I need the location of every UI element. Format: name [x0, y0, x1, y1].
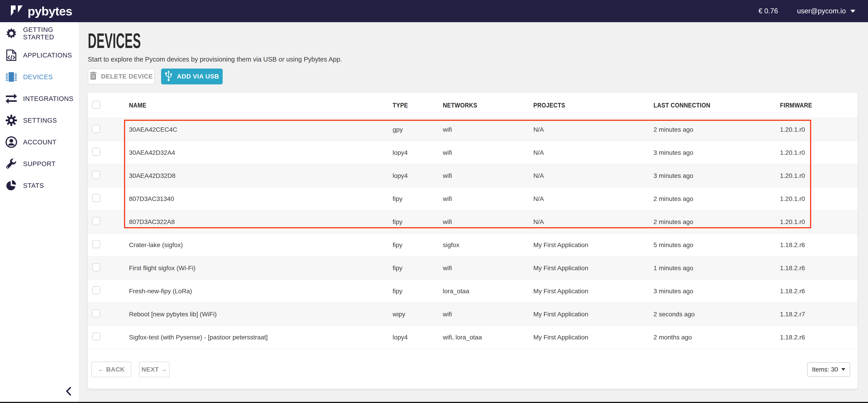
cell-last-connection: 2 seconds ago — [653, 311, 780, 318]
column-header-name: NAME — [129, 101, 393, 109]
header-checkbox-cell — [88, 101, 129, 110]
cell-projects: My First Application — [533, 288, 653, 295]
delete-device-button[interactable]: DELETE DEVICE — [88, 68, 155, 84]
cell-name: 30AEA42D32A4 — [129, 149, 393, 156]
table-row[interactable]: 30AEA42D32D8lopy4wifiN/A3 minutes ago1.2… — [88, 164, 858, 187]
pie-chart-icon — [5, 180, 17, 191]
layout: GETTING STARTEDAPPLICATIONSDEVICESINTEGR… — [0, 22, 868, 403]
row-checkbox[interactable] — [92, 263, 100, 271]
topbar: pybytes € 0.76 user@pycom.io — [0, 0, 868, 22]
column-header-projects: PROJECTS — [533, 101, 653, 109]
table-row[interactable]: Fresh-new-fipy (LoRa)fipylora_otaaMy Fir… — [88, 280, 858, 303]
row-checkbox-cell — [88, 240, 129, 250]
cell-projects: My First Application — [533, 311, 653, 318]
cell-firmware: 1.18.2.r6 — [780, 265, 858, 272]
table-row[interactable]: 30AEA42CEC4CgpywifiN/A2 minutes ago1.20.… — [88, 118, 858, 141]
window-bottom-edge — [0, 402, 868, 403]
sidebar-item-label: SUPPORT — [23, 160, 56, 168]
column-header-last-connection: LAST CONNECTION — [653, 101, 780, 109]
row-checkbox-cell — [88, 309, 129, 319]
cell-name: Sigfox-test (with Pysense) - [pastoor pe… — [129, 334, 393, 341]
table-row[interactable]: Crater-lake (sigfox)fipysigfoxMy First A… — [88, 234, 858, 257]
sidebar-item-label: APPLICATIONS — [23, 52, 72, 59]
add-via-usb-label: ADD VIA USB — [177, 73, 219, 80]
sidebar-item-stats[interactable]: STATS — [0, 175, 79, 196]
back-button[interactable]: ← BACK — [91, 362, 131, 377]
items-per-page-dropdown[interactable]: Items: 30 — [807, 362, 850, 377]
sidebar-item-applications[interactable]: APPLICATIONS — [0, 44, 79, 66]
sidebar-item-label: GETTING STARTED — [23, 26, 79, 41]
row-checkbox-cell — [88, 171, 129, 181]
chevron-left-icon — [65, 386, 72, 396]
add-via-usb-button[interactable]: ADD VIA USB — [161, 68, 223, 84]
row-checkbox[interactable] — [92, 171, 100, 179]
page-subtitle: Start to explore the Pycom devices by pr… — [88, 56, 858, 63]
table-row[interactable]: First flight sigfox (Wi-Fi)fipywifiMy Fi… — [88, 257, 858, 280]
cell-type: gpy — [393, 126, 443, 133]
cell-type: fipy — [393, 195, 443, 203]
table-row[interactable]: 807D3AC31340fipywifiN/A2 minutes ago1.20… — [88, 187, 858, 211]
items-per-page-label: Items: 30 — [812, 366, 838, 373]
usb-icon — [165, 70, 173, 83]
code-file-icon — [5, 49, 17, 61]
row-checkbox[interactable] — [92, 194, 100, 202]
sidebar-item-label: ACCOUNT — [23, 138, 57, 146]
cell-last-connection: 3 minutes ago — [653, 288, 780, 295]
cell-firmware: 1.20.1.r0 — [780, 195, 858, 203]
cell-type: fipy — [393, 288, 443, 295]
sidebar-item-integrations[interactable]: INTEGRATIONS — [0, 88, 79, 110]
row-checkbox-cell — [88, 217, 129, 227]
row-checkbox[interactable] — [92, 148, 100, 156]
sidebar-item-label: INTEGRATIONS — [23, 95, 73, 102]
select-all-checkbox[interactable] — [92, 101, 100, 109]
sidebar-item-settings[interactable]: SETTINGS — [0, 110, 79, 131]
trash-icon — [90, 72, 97, 82]
row-checkbox[interactable] — [92, 332, 100, 341]
sidebar-item-account[interactable]: ACCOUNT — [0, 131, 79, 153]
table-row[interactable]: Sigfox-test (with Pysense) - [pastoor pe… — [88, 326, 858, 349]
cell-name: 807D3AC31340 — [129, 195, 393, 203]
row-checkbox[interactable] — [92, 217, 100, 225]
row-checkbox[interactable] — [92, 286, 100, 294]
cell-last-connection: 2 minutes ago — [653, 195, 780, 203]
table-row[interactable]: 30AEA42D32A4lopy4wifiN/A3 minutes ago1.2… — [88, 141, 858, 164]
page-title: DEVICES — [88, 30, 534, 51]
row-checkbox[interactable] — [92, 240, 100, 248]
row-checkbox-cell — [88, 286, 129, 296]
cell-name: Crater-lake (sigfox) — [129, 242, 393, 249]
column-header-networks: NETWORKS — [443, 101, 533, 109]
sidebar-item-support[interactable]: SUPPORT — [0, 153, 79, 175]
table-body: 30AEA42CEC4CgpywifiN/A2 minutes ago1.20.… — [88, 118, 858, 349]
table-row[interactable]: 807D3AC322A8fipywifiN/A2 minutes ago1.20… — [88, 211, 858, 234]
devices-table-card: NAME TYPE NETWORKS PROJECTS LAST CONNECT… — [88, 93, 858, 389]
row-checkbox-cell — [88, 263, 129, 273]
arrows-swap-icon — [5, 93, 17, 104]
table-row[interactable]: Reboot [new pybytes lib] (WiFi)wipywifiM… — [88, 303, 858, 326]
sidebar-item-getting-started[interactable]: GETTING STARTED — [0, 23, 79, 44]
cell-firmware: 1.18.2.r6 — [780, 334, 858, 341]
pybytes-logo[interactable]: pybytes — [10, 4, 72, 18]
next-button[interactable]: NEXT → — [139, 362, 169, 377]
delete-device-label: DELETE DEVICE — [101, 73, 153, 80]
cell-last-connection: 2 minutes ago — [653, 218, 780, 226]
gear-icon — [5, 115, 17, 126]
sidebar-collapse-button[interactable] — [65, 386, 72, 397]
cell-firmware: 1.20.1.r0 — [780, 149, 858, 156]
sidebar-item-devices[interactable]: DEVICES — [0, 66, 79, 88]
cell-networks: wifi — [443, 195, 533, 203]
user-menu[interactable]: user@pycom.io — [797, 7, 855, 15]
chip-icon — [5, 71, 17, 83]
row-checkbox[interactable] — [92, 125, 100, 133]
cell-type: fipy — [393, 218, 443, 226]
row-checkbox[interactable] — [92, 309, 100, 317]
cell-firmware: 1.20.1.r0 — [780, 218, 858, 226]
cell-networks: sigfox — [443, 242, 533, 249]
cell-projects: My First Application — [533, 242, 653, 249]
cell-projects: N/A — [533, 195, 653, 203]
chevron-down-icon — [841, 368, 845, 371]
cell-networks: wifi — [443, 218, 533, 226]
cell-networks: wifi — [443, 126, 533, 133]
cell-projects: My First Application — [533, 334, 653, 341]
cell-firmware: 1.18.2.r6 — [780, 242, 858, 249]
main-content: DEVICES Start to explore the Pycom devic… — [79, 22, 868, 403]
